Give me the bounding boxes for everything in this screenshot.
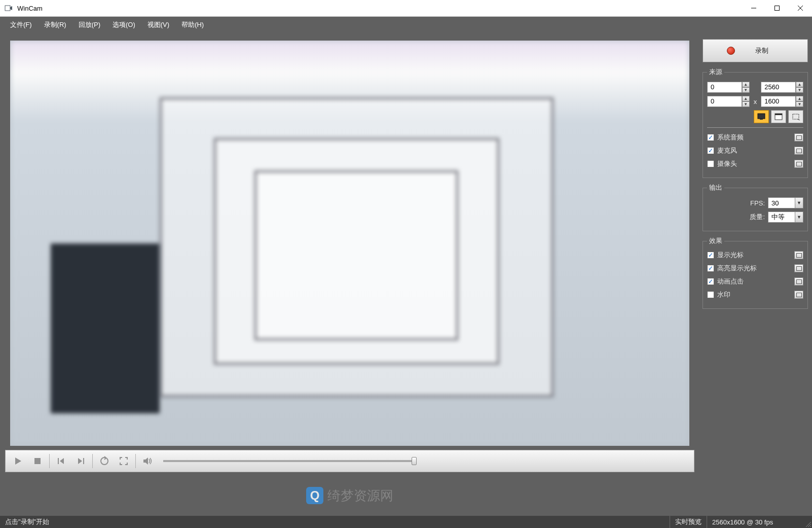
bottom-filler: Q 绮梦资源网 xyxy=(0,475,699,516)
record-button[interactable]: 录制 xyxy=(703,39,808,62)
camera-config-button[interactable] xyxy=(794,160,803,168)
loop-button[interactable] xyxy=(95,451,114,471)
source-h-input[interactable]: 1600 xyxy=(761,96,796,107)
minimize-button[interactable] xyxy=(742,0,765,16)
source-y-down[interactable]: ▼ xyxy=(742,101,750,107)
effects-legend: 效果 xyxy=(707,236,724,245)
svg-line-16 xyxy=(810,526,811,527)
menu-options[interactable]: 选项(O) xyxy=(106,17,141,32)
camera-checkbox[interactable] xyxy=(707,160,714,167)
source-x-down[interactable]: ▼ xyxy=(742,87,750,93)
svg-rect-13 xyxy=(793,114,799,119)
svg-rect-2 xyxy=(775,6,780,11)
menu-bar: 文件(F) 录制(R) 回放(P) 选项(O) 视图(V) 帮助(H) xyxy=(0,17,812,33)
dimension-sep: x xyxy=(753,98,758,105)
watermark-label: 水印 xyxy=(717,290,730,299)
menu-playback[interactable]: 回放(P) xyxy=(72,17,106,32)
svg-rect-6 xyxy=(58,458,59,464)
effects-group: 效果 ✓显示光标 ✓高亮显示光标 ✓动画点击 水印 xyxy=(703,236,808,309)
source-y-up[interactable]: ▲ xyxy=(742,96,750,101)
stop-button[interactable] xyxy=(28,451,47,471)
fps-select[interactable]: 30▼ xyxy=(768,197,803,208)
mic-checkbox[interactable]: ✓ xyxy=(707,147,714,154)
show-cursor-config-button[interactable] xyxy=(794,251,803,259)
menu-view[interactable]: 视图(V) xyxy=(141,17,175,32)
app-icon xyxy=(4,4,13,13)
animate-clicks-config-button[interactable] xyxy=(794,277,803,286)
svg-point-8 xyxy=(101,457,108,465)
source-w-up[interactable]: ▲ xyxy=(796,82,803,87)
system-audio-config-button[interactable] xyxy=(794,133,803,142)
source-fullscreen-button[interactable] xyxy=(754,110,769,123)
fps-label: FPS: xyxy=(750,199,765,207)
animate-clicks-label: 动画点击 xyxy=(717,277,744,286)
prev-button[interactable] xyxy=(52,451,71,471)
source-legend: 来源 xyxy=(707,67,724,77)
highlight-cursor-checkbox[interactable]: ✓ xyxy=(707,265,714,272)
chevron-down-icon: ▼ xyxy=(795,198,803,208)
mic-label: 麦克风 xyxy=(717,146,737,155)
next-button[interactable] xyxy=(71,451,90,471)
playback-controls xyxy=(5,450,694,472)
system-audio-label: 系统音频 xyxy=(717,133,744,142)
resize-grip[interactable] xyxy=(803,516,812,528)
quality-select[interactable]: 中等▼ xyxy=(768,212,803,223)
svg-rect-5 xyxy=(34,458,41,464)
volume-slider[interactable] xyxy=(163,460,417,462)
source-x-input[interactable]: 0 xyxy=(707,82,742,93)
system-audio-checkbox[interactable]: ✓ xyxy=(707,134,714,141)
svg-rect-12 xyxy=(775,114,782,115)
source-w-input[interactable]: 2560 xyxy=(761,82,796,93)
volume-button[interactable] xyxy=(138,451,157,471)
play-button[interactable] xyxy=(9,451,28,471)
chevron-down-icon: ▼ xyxy=(795,212,803,222)
menu-help[interactable]: 帮助(H) xyxy=(175,17,210,32)
output-group: 输出 FPS:30▼ 质量:中等▼ xyxy=(703,183,808,231)
svg-rect-0 xyxy=(5,6,10,11)
source-x-up[interactable]: ▲ xyxy=(742,82,750,87)
title-bar: WinCam xyxy=(0,0,812,17)
menu-record[interactable]: 录制(R) xyxy=(38,17,72,32)
source-h-up[interactable]: ▲ xyxy=(796,96,803,101)
status-hint: 点击"录制"开始 xyxy=(0,516,54,528)
watermark-text: 绮梦资源网 xyxy=(327,487,393,505)
maximize-button[interactable] xyxy=(765,0,789,16)
record-icon xyxy=(727,47,735,55)
status-resolution-fps: 2560x1600 @ 30 fps xyxy=(707,516,803,528)
source-w-down[interactable]: ▼ xyxy=(796,87,803,93)
fullscreen-button[interactable] xyxy=(114,451,133,471)
output-legend: 输出 xyxy=(707,183,724,192)
show-cursor-checkbox[interactable]: ✓ xyxy=(707,252,714,259)
svg-rect-10 xyxy=(760,119,763,120)
close-button[interactable] xyxy=(789,0,812,16)
camera-label: 摄像头 xyxy=(717,159,737,168)
source-y-input[interactable]: 0 xyxy=(707,96,742,107)
status-preview: 实时预览 xyxy=(670,516,707,528)
watermark-overlay: Q 绮梦资源网 xyxy=(306,487,393,505)
highlight-cursor-config-button[interactable] xyxy=(794,264,803,272)
animate-clicks-checkbox[interactable]: ✓ xyxy=(707,278,714,285)
highlight-cursor-label: 高亮显示光标 xyxy=(717,264,757,273)
watermark-checkbox[interactable] xyxy=(707,291,714,298)
show-cursor-label: 显示光标 xyxy=(717,251,744,260)
record-button-label: 录制 xyxy=(755,46,768,55)
status-bar: 点击"录制"开始 实时预览 2560x1600 @ 30 fps xyxy=(0,516,812,528)
source-h-down[interactable]: ▼ xyxy=(796,101,803,107)
source-group: 来源 0▲▼ x 2560▲▼ 0▲▼ x 1600▲▼ ✓系统音频 ✓麦克风 … xyxy=(703,67,808,178)
mic-config-button[interactable] xyxy=(794,147,803,155)
svg-rect-9 xyxy=(758,114,765,119)
preview-area xyxy=(10,41,689,446)
watermark-config-button[interactable] xyxy=(794,291,803,299)
source-region-button[interactable] xyxy=(788,110,803,123)
quality-label: 质量: xyxy=(750,213,765,222)
app-title: WinCam xyxy=(17,5,43,12)
source-window-button[interactable] xyxy=(771,110,786,123)
svg-rect-7 xyxy=(83,458,84,464)
side-panel: 录制 来源 0▲▼ x 2560▲▼ 0▲▼ x 1600▲▼ ✓系统音频 ✓麦… xyxy=(699,33,812,516)
menu-file[interactable]: 文件(F) xyxy=(4,17,38,32)
